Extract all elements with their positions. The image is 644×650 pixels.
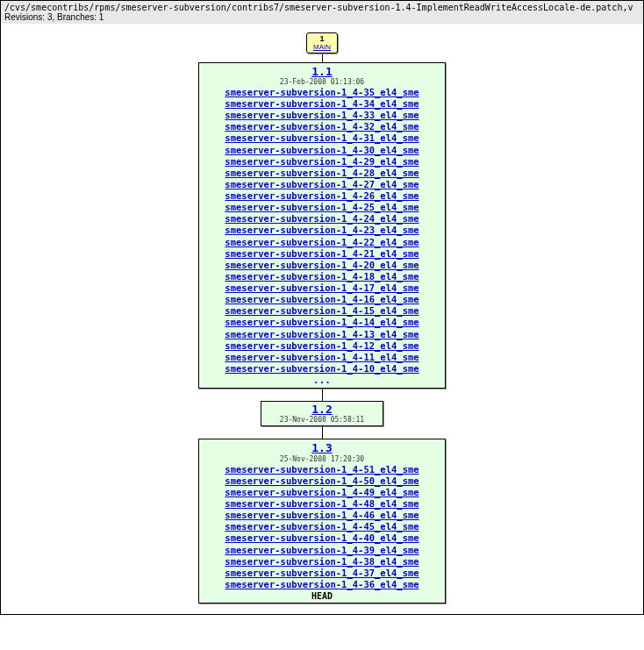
tag-link[interactable]: smeserver-subversion-1_4-46_el4_sme (203, 510, 441, 521)
tag-list: smeserver-subversion-1_4-35_el4_smesmese… (203, 87, 441, 375)
file-path: /cvs/smecontribs/rpms/smeserver-subversi… (4, 3, 640, 12)
tag-link[interactable]: smeserver-subversion-1_4-15_el4_sme (203, 305, 441, 317)
tag-link[interactable]: smeserver-subversion-1_4-12_el4_sme (203, 340, 441, 352)
connector-line (322, 426, 323, 439)
tag-link[interactable]: smeserver-subversion-1_4-30_el4_sme (203, 145, 441, 156)
tag-link[interactable]: smeserver-subversion-1_4-51_el4_sme (203, 464, 441, 475)
tag-link[interactable]: smeserver-subversion-1_4-49_el4_sme (203, 487, 441, 498)
tag-link[interactable]: smeserver-subversion-1_4-22_el4_sme (203, 237, 441, 248)
revision-date: 23-Nov-2008 05:58:11 (265, 416, 379, 424)
tag-link[interactable]: smeserver-subversion-1_4-18_el4_sme (203, 271, 441, 282)
revision-title: 1.2 (265, 404, 379, 416)
tag-link[interactable]: smeserver-subversion-1_4-24_el4_sme (203, 213, 441, 225)
tag-link[interactable]: smeserver-subversion-1_4-32_el4_sme (203, 121, 441, 132)
revision-date: 23-Feb-2008 01:13:06 (203, 78, 441, 86)
revision-date: 25-Nov-2008 17:20:30 (203, 455, 441, 463)
connector-line (322, 54, 323, 62)
tag-link[interactable]: smeserver-subversion-1_4-50_el4_sme (203, 475, 441, 487)
revision-title: 1.3 (203, 442, 441, 454)
branch-node-main[interactable]: 1 MAIN (306, 32, 338, 54)
tag-link[interactable]: smeserver-subversion-1_4-33_el4_sme (203, 110, 441, 121)
tag-link[interactable]: smeserver-subversion-1_4-17_el4_sme (203, 282, 441, 294)
branch-name: MAIN (307, 44, 337, 52)
tag-link[interactable]: smeserver-subversion-1_4-29_el4_sme (203, 156, 441, 168)
header: /cvs/smecontribs/rpms/smeserver-subversi… (1, 1, 643, 24)
tag-link[interactable]: smeserver-subversion-1_4-27_el4_sme (203, 179, 441, 190)
graph-canvas: 1 MAIN 1.1 23-Feb-2008 01:13:06 smeserve… (1, 24, 643, 614)
tag-link[interactable]: smeserver-subversion-1_4-31_el4_sme (203, 132, 441, 144)
tag-link[interactable]: smeserver-subversion-1_4-34_el4_sme (203, 98, 441, 110)
revision-node-1-3[interactable]: 1.3 25-Nov-2008 17:20:30 smeserver-subve… (198, 439, 446, 604)
tag-link[interactable]: smeserver-subversion-1_4-10_el4_sme (203, 363, 441, 375)
tag-link[interactable]: smeserver-subversion-1_4-45_el4_sme (203, 521, 441, 532)
revision-title: 1.1 (203, 66, 441, 78)
tag-link[interactable]: smeserver-subversion-1_4-25_el4_sme (203, 202, 441, 213)
revision-stats: Revisions: 3, Branches: 1 (4, 12, 640, 22)
more-indicator: ... (203, 375, 441, 386)
tag-link[interactable]: smeserver-subversion-1_4-14_el4_sme (203, 317, 441, 328)
tag-link[interactable]: smeserver-subversion-1_4-35_el4_sme (203, 87, 441, 98)
tag-link[interactable]: smeserver-subversion-1_4-13_el4_sme (203, 329, 441, 340)
page-container: /cvs/smecontribs/rpms/smeserver-subversi… (0, 0, 644, 615)
tag-link[interactable]: smeserver-subversion-1_4-48_el4_sme (203, 498, 441, 510)
tag-link[interactable]: smeserver-subversion-1_4-28_el4_sme (203, 168, 441, 179)
tag-link[interactable]: smeserver-subversion-1_4-38_el4_sme (203, 556, 441, 568)
tag-link[interactable]: smeserver-subversion-1_4-23_el4_sme (203, 225, 441, 236)
tag-list: smeserver-subversion-1_4-51_el4_smesmese… (203, 464, 441, 590)
tag-link[interactable]: smeserver-subversion-1_4-26_el4_sme (203, 190, 441, 202)
tag-link[interactable]: smeserver-subversion-1_4-11_el4_sme (203, 352, 441, 363)
tag-link[interactable]: smeserver-subversion-1_4-37_el4_sme (203, 568, 441, 579)
connector-line (322, 389, 323, 401)
tag-link[interactable]: smeserver-subversion-1_4-40_el4_sme (203, 532, 441, 544)
revision-node-1-1[interactable]: 1.1 23-Feb-2008 01:13:06 smeserver-subve… (198, 62, 446, 389)
revision-node-1-2[interactable]: 1.2 23-Nov-2008 05:58:11 (261, 401, 383, 426)
tag-link[interactable]: smeserver-subversion-1_4-39_el4_sme (203, 545, 441, 556)
head-label: HEAD (203, 591, 441, 601)
tag-link[interactable]: smeserver-subversion-1_4-21_el4_sme (203, 248, 441, 260)
tag-link[interactable]: smeserver-subversion-1_4-16_el4_sme (203, 294, 441, 305)
tag-link[interactable]: smeserver-subversion-1_4-36_el4_sme (203, 579, 441, 590)
tag-link[interactable]: smeserver-subversion-1_4-20_el4_sme (203, 260, 441, 271)
